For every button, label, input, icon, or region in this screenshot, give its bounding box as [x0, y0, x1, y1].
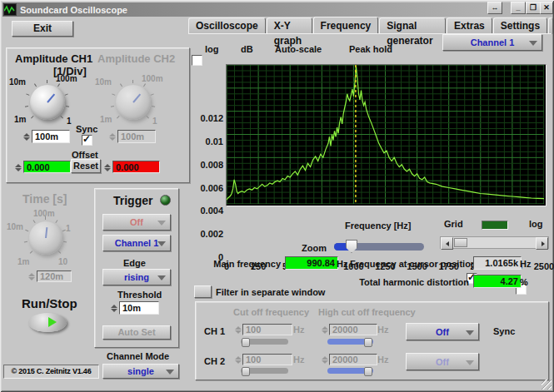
grid-color-swatch[interactable]: [482, 221, 508, 230]
channel-mode-dropdown[interactable]: single: [102, 364, 179, 379]
ch1-filter-mode-dropdown[interactable]: Off: [406, 323, 479, 340]
y-tick-label: 0.008: [190, 160, 223, 170]
offset-reset-button[interactable]: Reset: [71, 159, 101, 173]
trigger-panel: [94, 188, 179, 348]
time-dial-label-100m: 100m: [33, 209, 55, 218]
resize-grip[interactable]: [542, 380, 552, 390]
spin-up-icon[interactable]: [15, 164, 22, 167]
minimize-icon[interactable]: _: [511, 2, 526, 14]
exit-button[interactable]: Exit: [12, 21, 73, 37]
dropdown-arrow-icon: [466, 330, 474, 335]
tab-stub: [548, 17, 553, 34]
spin-down-icon[interactable]: [111, 309, 117, 312]
trigger-title: Trigger: [113, 194, 152, 207]
spin-up-icon[interactable]: [104, 164, 111, 167]
grid-label: Grid: [444, 219, 463, 229]
time-dial-label-1m: 1m: [17, 257, 29, 266]
offset-ch1-field[interactable]: 0.000: [23, 161, 71, 173]
log-checkbox[interactable]: [192, 55, 202, 66]
knob-tick: [24, 241, 27, 243]
ch2-amplitude-spinner: [108, 130, 116, 143]
zoom-slider-thumb[interactable]: [346, 240, 357, 253]
spin-up-icon[interactable]: [23, 133, 30, 136]
ch2-cutoff-slider: [241, 368, 288, 374]
high-cutoff-column-header: High cut off frequency: [318, 307, 416, 317]
copyright-label: © 2015 C. Zeitnitz V1.46: [3, 365, 99, 379]
tab-settings[interactable]: Settings: [493, 17, 547, 34]
ch2-amplitude-field: 100m: [117, 130, 156, 143]
tab-bar: Oscilloscope X-Y graph Frequency Signal …: [188, 17, 554, 34]
offset-ch2-spinner[interactable]: [103, 161, 111, 174]
ch2-high-field: 20000: [329, 354, 377, 365]
zoom-slider[interactable]: [334, 243, 424, 251]
ch1-amplitude-field[interactable]: 100m: [32, 130, 70, 143]
close-icon[interactable]: ✕: [540, 2, 553, 14]
ch1-dial-label-100m: 100m: [56, 74, 77, 83]
spin-down-icon[interactable]: [23, 137, 30, 141]
cutoff-column-header: Cut off frequency: [233, 307, 309, 317]
tab-extras[interactable]: Extras: [447, 17, 492, 34]
threshold-label: Threshold: [117, 290, 162, 300]
window-title: Soundcard Oscilloscope: [20, 5, 127, 15]
spin-up-icon: [109, 133, 116, 136]
resize-icon[interactable]: ↔: [487, 2, 502, 14]
graph-scrollbar[interactable]: [440, 236, 549, 249]
spin-down-icon[interactable]: [15, 168, 22, 171]
ch2-knob-needle: [132, 93, 141, 102]
ch2-dial-label-1: 1: [152, 117, 157, 126]
main-frequency-field: 990.84: [285, 256, 338, 270]
trigger-channel-dropdown[interactable]: Channel 1: [102, 235, 171, 251]
scrollbar-right-icon[interactable]: [536, 237, 548, 250]
time-spinner: [27, 270, 35, 283]
tab-oscilloscope[interactable]: Oscilloscope: [188, 17, 266, 34]
x-tick-label: 2500: [527, 261, 554, 271]
threshold-field[interactable]: 10m: [119, 301, 159, 315]
time-field: 120m: [37, 270, 72, 282]
amplitude-sync-checkbox[interactable]: [82, 135, 92, 146]
ch1-cutoff-field: 100: [242, 324, 292, 335]
knob-tick: [58, 251, 62, 254]
ch1-cutoff-spinner: [234, 323, 242, 336]
trigger-edge-value: rising: [124, 272, 149, 282]
amplitude-ch1-knob[interactable]: [30, 85, 65, 120]
y-tick-label: 0.002: [190, 229, 223, 239]
ch1-dial-label-1m: 1m: [14, 115, 26, 124]
maximize-icon[interactable]: ❐: [526, 2, 541, 14]
tab-frequency[interactable]: Frequency: [313, 17, 379, 34]
log-checkbox-label: log: [205, 44, 219, 54]
tab-signal-generator[interactable]: Signal generator: [379, 17, 446, 34]
display-channel-dropdown[interactable]: Channel 1: [442, 34, 542, 51]
scrollbar-thumb[interactable]: [454, 238, 467, 247]
x-axis-title: Frequency [Hz]: [345, 221, 411, 231]
knob-tick: [45, 216, 46, 220]
offset-ch2-field[interactable]: 0.000: [112, 161, 160, 173]
filter-ch1-label: CH 1: [204, 326, 225, 336]
trigger-channel-value: Channel 1: [115, 238, 159, 248]
ch2-high-unit: Hz: [377, 355, 388, 365]
ch1-high-slider: [327, 339, 373, 345]
filter-window-label: Filter in separate window: [216, 287, 325, 297]
spectrum-plot[interactable]: [226, 64, 547, 206]
y-tick-label: 0.01: [190, 136, 223, 146]
trigger-mode-dropdown: Off: [102, 214, 171, 231]
trigger-edge-dropdown[interactable]: rising: [102, 269, 171, 285]
time-title: Time [s]: [22, 192, 67, 206]
offset-ch1-spinner[interactable]: [14, 161, 22, 174]
ch1-amplitude-spinner[interactable]: [22, 130, 30, 143]
spin-up-icon[interactable]: [111, 305, 117, 308]
scrollbar-left-icon[interactable]: [441, 237, 453, 250]
ch1-cutoff-slider: [241, 339, 288, 345]
cursor-frequency-field: 1.0165k: [473, 256, 522, 270]
tab-xy-graph[interactable]: X-Y graph: [267, 17, 312, 34]
filter-window-toggle[interactable]: [194, 285, 212, 298]
dropdown-arrow-icon: [166, 370, 174, 375]
threshold-spinner[interactable]: [110, 301, 117, 315]
run-stop-button[interactable]: [28, 313, 67, 332]
knob-tick: [33, 220, 36, 223]
title-bar[interactable]: Soundcard Oscilloscope: [2, 2, 552, 17]
spin-down-icon[interactable]: [104, 168, 111, 171]
thd-label: Total harmonic distortion: [350, 277, 469, 287]
amplitude-ch2-knob: [116, 85, 151, 120]
time-knob-needle: [45, 227, 47, 238]
ch1-dial-label-10m: 10m: [9, 77, 26, 87]
